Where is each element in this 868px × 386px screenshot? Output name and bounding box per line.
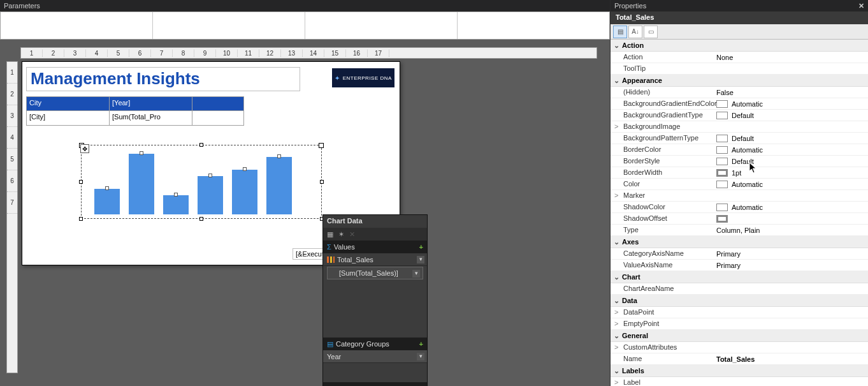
- bar-handle[interactable]: [277, 154, 281, 158]
- bar-handle[interactable]: [243, 167, 247, 171]
- expand-toggle-icon[interactable]: ⌄: [613, 332, 619, 340]
- resize-handle[interactable]: [199, 143, 203, 147]
- property-row[interactable]: ChartAreaName: [611, 283, 868, 295]
- expand-icon[interactable]: >: [614, 320, 618, 327]
- property-row[interactable]: BackgroundPatternTypeDefault: [611, 133, 868, 144]
- alphabetical-view-button[interactable]: A↓: [628, 26, 642, 38]
- resize-handle[interactable]: [79, 180, 83, 184]
- chart-object[interactable]: ✥: [81, 145, 322, 219]
- tablix[interactable]: City [Year] [City] [Sum(Total_Pro: [26, 96, 244, 126]
- property-value[interactable]: [712, 63, 868, 74]
- property-row[interactable]: ColorAutomatic: [611, 179, 868, 190]
- chart-bar[interactable]: [232, 170, 257, 214]
- property-value[interactable]: False: [712, 87, 868, 98]
- chart-bar[interactable]: [94, 189, 120, 214]
- property-row[interactable]: TypeColumn, Plain: [611, 225, 868, 236]
- property-row[interactable]: BackgroundGradientTypeDefault: [611, 110, 868, 121]
- property-row[interactable]: BorderWidth1pt: [611, 167, 868, 179]
- expand-icon[interactable]: >: [614, 122, 618, 130]
- dropdown-icon[interactable]: ▾: [417, 353, 424, 360]
- param-cell[interactable]: [305, 12, 458, 39]
- property-category[interactable]: ⌄Action: [611, 40, 868, 52]
- property-value[interactable]: Automatic: [712, 144, 868, 155]
- tablix-cell[interactable]: [City]: [27, 111, 110, 125]
- report-title[interactable]: Management Insights: [26, 67, 300, 91]
- bar-handle[interactable]: [105, 186, 109, 190]
- add-value-button[interactable]: +: [419, 243, 423, 251]
- move-handle-icon[interactable]: ✥: [80, 144, 89, 153]
- property-row[interactable]: ShadowOffset: [611, 213, 868, 225]
- property-row[interactable]: BorderColorAutomatic: [611, 144, 868, 156]
- categorized-view-button[interactable]: ▤: [613, 26, 627, 38]
- property-row[interactable]: ShadowColorAutomatic: [611, 202, 868, 213]
- property-row[interactable]: >BackgroundImage: [611, 121, 868, 133]
- expand-toggle-icon[interactable]: ⌄: [613, 297, 619, 305]
- expand-icon[interactable]: >: [614, 191, 618, 199]
- param-cell[interactable]: [1, 12, 153, 39]
- tablix-header[interactable]: City: [27, 97, 110, 111]
- property-value[interactable]: [712, 342, 868, 353]
- property-row[interactable]: (Hidden)False: [611, 87, 868, 98]
- expand-toggle-icon[interactable]: ⌄: [613, 238, 619, 246]
- property-row[interactable]: BackgroundGradientEndColorAutomatic: [611, 98, 868, 110]
- bar-handle[interactable]: [208, 174, 212, 177]
- property-row[interactable]: >Marker: [611, 190, 868, 202]
- resize-handle[interactable]: [79, 217, 83, 221]
- property-value[interactable]: [712, 190, 868, 201]
- property-row[interactable]: NameTotal_Sales: [611, 353, 868, 365]
- property-value[interactable]: Default: [712, 133, 868, 144]
- chart-bar[interactable]: [198, 176, 223, 214]
- tablix-cell[interactable]: [Sum(Total_Pro: [110, 111, 192, 125]
- property-row[interactable]: CategoryAxisNamePrimary: [611, 248, 868, 260]
- category-field-item[interactable]: Year ▾: [323, 350, 427, 363]
- property-row[interactable]: >DataPoint: [611, 307, 868, 318]
- bar-handle[interactable]: [174, 193, 178, 197]
- value-aggregate-item[interactable]: [Sum(Total_Sales)] ▾: [327, 267, 423, 279]
- chart-bar[interactable]: [266, 157, 292, 214]
- property-value[interactable]: [712, 377, 868, 386]
- selected-object-name[interactable]: Total_Sales: [611, 11, 868, 24]
- property-row[interactable]: >EmptyPoint: [611, 318, 868, 330]
- property-value[interactable]: None: [712, 52, 868, 63]
- expand-icon[interactable]: >: [614, 308, 618, 316]
- chart-bar[interactable]: [163, 195, 189, 214]
- dropdown-icon[interactable]: ▾: [412, 270, 420, 278]
- property-pages-button[interactable]: ▭: [644, 26, 658, 38]
- property-category[interactable]: ⌄General: [611, 330, 868, 342]
- resize-handle[interactable]: [320, 180, 324, 184]
- properties-grid[interactable]: ⌄ActionActionNoneToolTip⌄Appearance(Hidd…: [611, 40, 868, 386]
- bar-handle[interactable]: [140, 151, 143, 155]
- property-value[interactable]: [712, 283, 868, 294]
- property-value[interactable]: Column, Plain: [712, 225, 868, 235]
- property-row[interactable]: BorderStyleDefault: [611, 156, 868, 167]
- delete-icon[interactable]: ✕: [349, 230, 355, 239]
- expand-icon[interactable]: >: [614, 343, 618, 351]
- close-panel-button[interactable]: ✕: [858, 2, 864, 10]
- property-value[interactable]: Primary: [712, 260, 868, 271]
- tablix-cell[interactable]: [192, 111, 243, 125]
- param-cell[interactable]: [153, 12, 305, 39]
- property-row[interactable]: >Label: [611, 377, 868, 386]
- expand-toggle-icon[interactable]: ⌄: [613, 41, 619, 50]
- expand-toggle-icon[interactable]: ⌄: [613, 273, 619, 281]
- property-value[interactable]: Default: [712, 156, 868, 167]
- chart-bar[interactable]: [129, 154, 154, 214]
- property-value[interactable]: Automatic: [712, 179, 868, 189]
- property-category[interactable]: ⌄Axes: [611, 236, 868, 248]
- parameters-grid[interactable]: [0, 11, 610, 40]
- property-category[interactable]: ⌄Chart: [611, 271, 868, 283]
- param-cell[interactable]: [458, 12, 609, 39]
- tablix-header[interactable]: [192, 97, 243, 111]
- chart-data-panel[interactable]: Chart Data ▦ ✶ ✕ ΣValues + Total_Sales ▾: [322, 214, 428, 386]
- new-chart-icon[interactable]: ▦: [327, 230, 333, 239]
- property-value[interactable]: [712, 213, 868, 224]
- property-row[interactable]: ValueAxisNamePrimary: [611, 260, 868, 271]
- property-row[interactable]: ToolTip: [611, 63, 868, 75]
- value-field-item[interactable]: Total_Sales ▾: [323, 253, 427, 266]
- tablix-header[interactable]: [Year]: [110, 97, 192, 111]
- property-value[interactable]: 1pt: [712, 167, 868, 178]
- resize-handle[interactable]: [199, 217, 203, 221]
- dropdown-icon[interactable]: ▾: [417, 256, 424, 264]
- property-value[interactable]: [712, 121, 868, 132]
- property-value[interactable]: Total_Sales: [712, 353, 868, 364]
